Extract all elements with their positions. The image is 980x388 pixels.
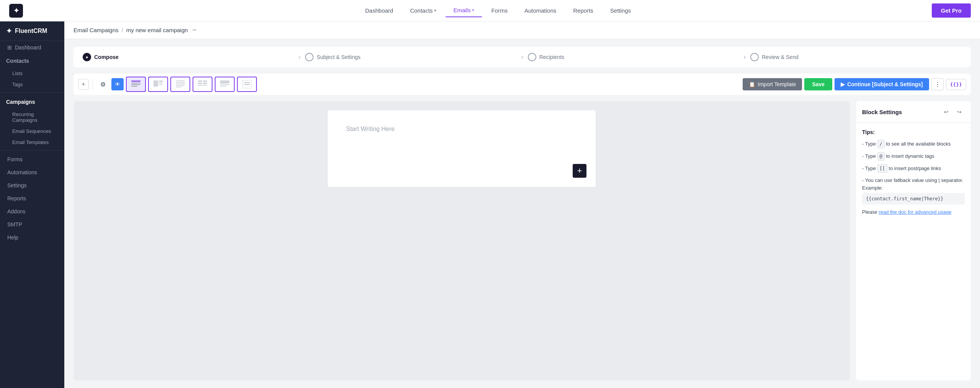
logo-area: ✦ <box>9 4 70 18</box>
svg-rect-4 <box>154 80 158 87</box>
start-writing-placeholder: Start Writing Here <box>346 126 395 132</box>
campaign-content: ● Compose › Subject & Settings › Recipie… <box>64 39 980 388</box>
step-circle-review <box>750 53 759 61</box>
nav-forms[interactable]: Forms <box>483 4 515 17</box>
more-options-button[interactable]: ⋮ <box>931 78 944 90</box>
editor-panel: Start Writing Here + Block Settings ↩ ↪ <box>74 101 971 380</box>
sidebar-brand: ✦ FluentCRM <box>0 21 64 41</box>
chevron-down-icon: ▾ <box>434 8 436 13</box>
top-navigation: ✦ Dashboard Contacts ▾ Emails ▾ Forms Au… <box>0 0 980 21</box>
eye-button[interactable]: 👁 <box>111 78 124 90</box>
sidebar-item-label: Reports <box>7 195 26 201</box>
nav-automations[interactable]: Automations <box>517 4 564 17</box>
chevron-down-icon: ▾ <box>472 8 474 13</box>
svg-rect-18 <box>220 80 229 83</box>
sidebar-group-contacts[interactable]: Contacts <box>0 54 64 68</box>
svg-rect-14 <box>203 80 207 82</box>
sidebar-item-smtp[interactable]: SMTP <box>0 218 64 231</box>
nav-emails[interactable]: Emails ▾ <box>446 4 482 17</box>
breadcrumb-link[interactable]: Email Campaigns <box>74 27 119 33</box>
sidebar-item-addons[interactable]: Addons <box>0 205 64 218</box>
redo-button[interactable]: ↪ <box>954 106 965 117</box>
template-style-3[interactable] <box>170 77 190 92</box>
block-settings-panel: Block Settings ↩ ↪ Tips: - Type / to see… <box>856 101 971 380</box>
svg-rect-3 <box>131 86 137 87</box>
svg-rect-17 <box>198 85 207 86</box>
tip-code-bracket: [[ <box>877 164 887 173</box>
sidebar-item-label: Lists <box>12 70 23 76</box>
template-style-1[interactable] <box>126 77 146 92</box>
sidebar-item-settings[interactable]: Settings <box>0 179 64 192</box>
sidebar-item-email-templates[interactable]: Email Templates <box>0 137 64 148</box>
sidebar-item-help[interactable]: Help <box>0 231 64 244</box>
svg-rect-20 <box>220 86 226 87</box>
save-button[interactable]: Save <box>804 78 832 90</box>
step-label-subject: Subject & Settings <box>317 54 360 60</box>
sidebar-item-recurring-campaigns[interactable]: Recurring Campaigns <box>0 109 64 126</box>
step-circle-recipients <box>528 53 536 61</box>
fallback-example: {{contact.first_name|There}} <box>862 193 965 205</box>
tip-doc-link: Please read the doc for advanced usage <box>862 208 965 216</box>
nav-links: Dashboard Contacts ▾ Emails ▾ Forms Auto… <box>70 4 926 17</box>
email-canvas[interactable]: Start Writing Here + <box>328 110 596 187</box>
sidebar-item-label: Contacts <box>6 58 29 64</box>
step-label-review: Review & Send <box>762 54 799 60</box>
get-pro-button[interactable]: Get Pro <box>932 3 971 18</box>
tip-slash: - Type / to see all the available blocks <box>862 140 965 148</box>
sidebar-item-label: Tags <box>12 82 23 87</box>
sidebar-item-label: Automations <box>7 169 37 175</box>
svg-rect-22 <box>244 82 250 83</box>
tip-code-slash: / <box>877 140 885 148</box>
svg-rect-0 <box>131 80 140 82</box>
sidebar-item-automations[interactable]: Automations <box>0 166 64 179</box>
sidebar-item-forms[interactable]: Forms <box>0 153 64 166</box>
nav-dashboard[interactable]: Dashboard <box>358 4 401 17</box>
svg-rect-12 <box>176 87 182 87</box>
breadcrumb: Email Campaigns / my new email campaign … <box>64 21 980 39</box>
editor-body[interactable]: Start Writing Here + <box>74 101 850 380</box>
sidebar-item-reports[interactable]: Reports <box>0 192 64 205</box>
undo-button[interactable]: ↩ <box>941 106 952 117</box>
doc-link[interactable]: read the doc for advanced usage <box>879 209 951 215</box>
gear-icon: ⚙ <box>100 81 106 88</box>
sidebar-item-label: Help <box>7 234 18 241</box>
sidebar-item-lists[interactable]: Lists <box>0 68 64 79</box>
sidebar-item-tags[interactable]: Tags <box>0 79 64 90</box>
import-template-label: Import Template <box>758 81 796 87</box>
step-arrow-icon: › <box>521 54 523 61</box>
svg-rect-19 <box>220 84 229 85</box>
svg-rect-5 <box>159 80 163 82</box>
sidebar-divider <box>0 92 64 93</box>
sidebar-item-email-sequences[interactable]: Email Sequences <box>0 126 64 137</box>
tips-title: Tips: <box>862 129 965 135</box>
sidebar-group-campaigns[interactable]: Campaigns <box>0 95 64 109</box>
content-area: Email Campaigns / my new email campaign … <box>64 21 980 388</box>
template-style-5[interactable] <box>215 77 235 92</box>
svg-rect-16 <box>203 83 207 84</box>
nav-reports[interactable]: Reports <box>565 4 601 17</box>
import-template-button[interactable]: 📋 Import Template <box>743 78 802 90</box>
svg-rect-15 <box>198 83 202 84</box>
continue-button[interactable]: ▶ Continue [Subject & Settings] <box>835 78 929 90</box>
edit-icon[interactable]: ✏ <box>193 27 197 33</box>
tip-code-at: @ <box>877 152 885 160</box>
add-block-button[interactable]: + <box>78 79 89 90</box>
svg-rect-7 <box>159 84 163 85</box>
template-style-4[interactable] <box>193 77 212 92</box>
dynamic-tags-button[interactable]: {{}} <box>946 79 966 90</box>
email-editor: Start Writing Here + <box>74 101 850 380</box>
nav-contacts[interactable]: Contacts ▾ <box>402 4 444 17</box>
logo-icon: ✦ <box>9 4 23 18</box>
template-style-2[interactable] <box>148 77 168 92</box>
steps-wizard: ● Compose › Subject & Settings › Recipie… <box>74 47 971 67</box>
breadcrumb-current: my new email campaign <box>126 27 188 33</box>
dashboard-icon: ⊞ <box>7 44 12 51</box>
sidebar-item-label: Forms <box>7 156 23 162</box>
template-style-6[interactable] <box>237 77 257 92</box>
sidebar-item-label: Dashboard <box>15 44 41 51</box>
add-block-button[interactable]: + <box>573 164 586 178</box>
sidebar-item-dashboard[interactable]: ⊞ Dashboard <box>0 41 64 54</box>
nav-settings[interactable]: Settings <box>603 4 639 17</box>
gear-button[interactable]: ⚙ <box>97 78 109 90</box>
svg-rect-2 <box>131 84 140 85</box>
